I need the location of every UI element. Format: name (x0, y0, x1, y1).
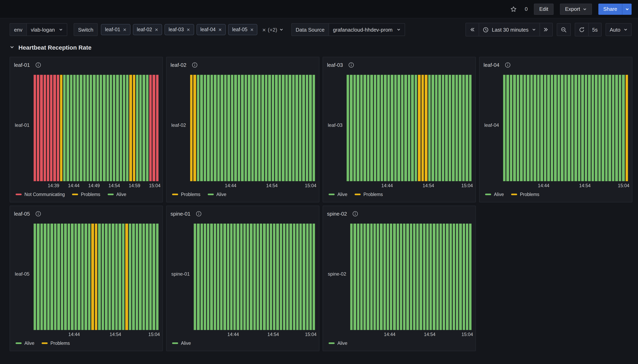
filter-pill[interactable]: leaf-01× (101, 24, 131, 35)
legend-label: Problems (81, 192, 100, 197)
timeline-bar-alive (394, 75, 397, 181)
filter-pill[interactable]: leaf-05× (228, 24, 258, 35)
timeline-bar-alive (248, 75, 250, 181)
info-icon[interactable] (196, 210, 202, 216)
panel-title[interactable]: leaf-04 (483, 62, 499, 68)
legend-item[interactable]: Problems (355, 192, 383, 197)
refresh-interval-button[interactable]: 5s (588, 23, 601, 36)
timeline-bars (346, 75, 471, 181)
timeline-bar-alive (87, 75, 89, 181)
timeline-bar-alive (449, 224, 452, 330)
remove-filter-icon[interactable]: × (187, 27, 190, 32)
legend-item[interactable]: Alive (208, 192, 226, 197)
refresh-button[interactable] (575, 23, 588, 36)
filter-pill[interactable]: leaf-02× (133, 24, 162, 35)
plot-area: 14:4414:5415:04 (503, 75, 628, 189)
timeline-bar-alive (123, 75, 126, 181)
info-icon[interactable] (348, 62, 354, 68)
timeline-bar-alive (273, 224, 276, 330)
panel-title[interactable]: leaf-05 (14, 210, 30, 216)
legend-item[interactable]: Problems (72, 192, 100, 197)
grafana-dashboard: 0 Edit Export Share env (0, 0, 638, 364)
timeline-bar-alive (373, 224, 376, 330)
timeline-bar-alive (303, 224, 305, 330)
timeline-bar-alive (520, 75, 522, 181)
legend-label: Alive (494, 192, 504, 197)
remove-filter-icon[interactable]: × (155, 27, 158, 32)
timeline-bar-alive (156, 224, 159, 330)
panel-title[interactable]: leaf-02 (171, 62, 187, 68)
remove-filter-icon[interactable]: × (123, 27, 126, 32)
filter-pill[interactable]: leaf-04× (196, 24, 226, 35)
chevrons-right-icon (543, 27, 548, 32)
legend-item[interactable]: Alive (329, 341, 347, 346)
timeline-bar-alive (309, 75, 312, 181)
legend-label: Alive (337, 341, 347, 346)
timeline-bar-alive (622, 75, 624, 181)
panel-title[interactable]: spine-01 (171, 210, 191, 216)
timeline-bar-alive (506, 75, 509, 181)
timeline-bar-alive (238, 75, 240, 181)
legend-item[interactable]: Alive (329, 192, 347, 197)
legend-item[interactable]: Alive (172, 341, 191, 346)
legend-item[interactable]: Not Communicating (16, 192, 65, 197)
legend-item[interactable]: Alive (108, 192, 126, 197)
timeline-bar-alive (268, 75, 271, 181)
timeline-bar-alive (595, 75, 597, 181)
legend-item[interactable]: Alive (16, 341, 35, 346)
info-icon[interactable] (352, 210, 358, 216)
legend-item[interactable]: Alive (485, 192, 504, 197)
legend-label: Problems (363, 192, 383, 197)
time-range-picker[interactable]: Last 30 minutes (478, 23, 539, 36)
timeline-bar-alive (64, 224, 67, 330)
timeline-bar-alive (197, 75, 199, 181)
timeline-bar-not_communicating (153, 75, 155, 181)
panel-title[interactable]: leaf-03 (327, 62, 343, 68)
zoom-out-button[interactable] (556, 23, 570, 36)
timeline-bar-alive (243, 224, 246, 330)
clear-all-icon[interactable]: × (262, 26, 266, 32)
datasource-dropdown[interactable]: grafanacloud-hhdev-prom (329, 23, 405, 36)
share-button[interactable]: Share (598, 4, 622, 14)
timeline-bar-problems (125, 224, 128, 330)
panel-header: leaf-04 (483, 60, 628, 70)
export-button[interactable]: Export (560, 4, 592, 14)
timeline-bar-alive (591, 75, 594, 181)
row-header[interactable]: Heartbeat Reception Rate (10, 42, 631, 52)
timeline-bar-alive (122, 224, 125, 330)
datasource-value: grafanacloud-hhdev-prom (333, 26, 393, 32)
legend-item[interactable]: Problems (42, 341, 70, 346)
timeline-bar-alive (227, 75, 230, 181)
info-icon[interactable] (192, 62, 198, 68)
switch-overflow-dropdown[interactable]: × (+2) (261, 26, 285, 32)
auto-refresh-dropdown[interactable]: Auto (606, 23, 632, 36)
timeline-bar-not_communicating (156, 75, 159, 181)
time-shift-forward-button[interactable] (539, 23, 552, 36)
env-value-dropdown[interactable]: vlab-logan (27, 23, 67, 36)
refresh-icon (578, 26, 584, 32)
star-button[interactable] (509, 4, 518, 14)
panel-title[interactable]: leaf-01 (14, 62, 30, 68)
panel-title[interactable]: spine-02 (327, 210, 347, 216)
filter-pill[interactable]: leaf-03× (165, 24, 194, 35)
timeline-bar-alive (588, 75, 590, 181)
timeline-bar-alive (129, 224, 131, 330)
remove-filter-icon[interactable]: × (219, 27, 222, 32)
legend-item[interactable]: Problems (172, 192, 200, 197)
remove-filter-icon[interactable]: × (250, 27, 253, 32)
timeline-bar-alive (221, 75, 223, 181)
time-shift-back-button[interactable] (466, 23, 478, 36)
timeline-bar-alive (290, 224, 292, 330)
share-dropdown-button[interactable] (622, 4, 631, 14)
info-icon[interactable] (35, 62, 41, 68)
panel-header: leaf-05 (14, 208, 159, 219)
timeline-bar-alive (433, 224, 435, 330)
panel-header: spine-02 (327, 208, 471, 219)
info-icon[interactable] (35, 210, 41, 216)
legend-item[interactable]: Problems (511, 192, 539, 197)
timeline-bar-alive (197, 224, 200, 330)
timeline-bar-alive (429, 224, 432, 330)
info-icon[interactable] (505, 62, 511, 68)
edit-button[interactable]: Edit (534, 4, 553, 14)
chevron-down-icon (532, 28, 536, 32)
